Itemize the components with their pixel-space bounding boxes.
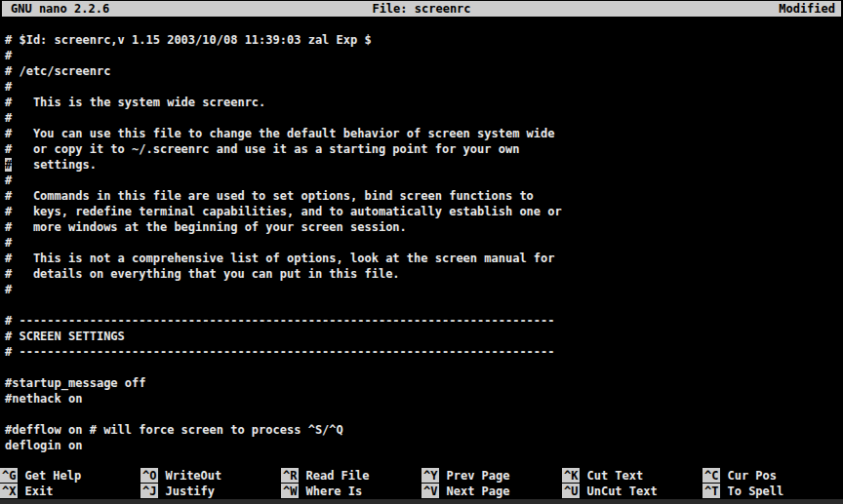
shortcut-keycap: ^J — [140, 484, 158, 498]
editor-line[interactable]: #nethack on — [5, 391, 843, 407]
modified-status: Modified — [779, 1, 835, 17]
shortcut-label: Cut Text — [586, 468, 643, 484]
editor-line[interactable]: # SCREEN SETTINGS — [5, 329, 843, 344]
nano-terminal-window: GNU nano 2.2.6 File: screenrc Modified #… — [0, 0, 843, 504]
shortcut-cur-pos[interactable]: ^CCur Pos — [702, 468, 843, 484]
editor-line[interactable] — [5, 407, 843, 422]
editor-line[interactable] — [5, 360, 843, 375]
editor-line[interactable]: # — [5, 282, 843, 297]
shortcut-read-file[interactable]: ^RRead File — [281, 468, 422, 484]
shortcut-keycap: ^G — [0, 468, 18, 483]
editor-line[interactable]: # more windows at the beginning of your … — [5, 219, 843, 235]
editor-line[interactable]: # Commands in this file are used to set … — [5, 188, 843, 204]
shortcut-next-page[interactable]: ^VNext Page — [422, 484, 562, 499]
shortcut-keycap: ^O — [140, 468, 158, 483]
shortcut-keycap: ^U — [562, 484, 580, 498]
nano-titlebar: GNU nano 2.2.6 File: screenrc Modified — [2, 1, 841, 17]
shortcut-row: ^GGet Help^OWriteOut^RRead File^YPrev Pa… — [0, 468, 843, 484]
shortcut-keycap: ^R — [281, 468, 299, 483]
shortcut-label: Read File — [305, 468, 369, 484]
shortcut-keycap: ^C — [702, 468, 720, 483]
shortcut-uncut-text[interactable]: ^UUnCut Text — [562, 484, 702, 499]
app-version-label: GNU nano 2.2.6 — [11, 1, 109, 17]
shortcut-label: Where Is — [305, 484, 362, 499]
shortcut-keycap: ^T — [702, 484, 720, 498]
editor-line[interactable]: deflogin on — [5, 438, 843, 453]
shortcut-menu: ^GGet Help^OWriteOut^RRead File^YPrev Pa… — [0, 468, 843, 499]
shortcut-label: Cur Pos — [727, 468, 777, 484]
shortcut-label: Prev Page — [446, 468, 509, 484]
shortcut-label: To Spell — [727, 484, 783, 499]
editor-line[interactable]: # --------------------------------------… — [5, 313, 843, 329]
shortcut-keycap: ^W — [281, 484, 299, 498]
shortcut-to-spell[interactable]: ^TTo Spell — [702, 484, 843, 499]
editor-line[interactable]: # — [5, 235, 843, 251]
editor-line[interactable]: # — [5, 173, 843, 188]
editor-line[interactable]: # You can use this file to change the de… — [5, 126, 843, 141]
editor-line[interactable]: # $Id: screenrc,v 1.15 2003/10/08 11:39:… — [5, 32, 843, 48]
editor-line[interactable] — [5, 297, 843, 313]
shortcut-exit[interactable]: ^XExit — [0, 484, 140, 499]
shortcut-keycap: ^K — [562, 468, 580, 483]
shortcut-justify[interactable]: ^JJustify — [140, 484, 281, 499]
editor-line[interactable]: # /etc/screenrc — [5, 63, 843, 79]
editor-line[interactable]: #startup_message off — [5, 375, 843, 391]
editor-line[interactable]: #defflow on # will force screen to proce… — [5, 422, 843, 438]
editor-line[interactable]: # settings. — [5, 157, 843, 173]
shortcut-label: Justify — [165, 484, 215, 499]
shortcut-keycap: ^V — [422, 484, 439, 498]
shortcut-label: Next Page — [446, 484, 509, 499]
shortcut-prev-page[interactable]: ^YPrev Page — [422, 468, 562, 484]
shortcut-label: Get Help — [24, 468, 81, 484]
text-cursor: # — [5, 158, 12, 172]
shortcut-row: ^XExit^JJustify^WWhere Is^VNext Page^UUn… — [0, 484, 843, 499]
shortcut-label: UnCut Text — [586, 484, 657, 499]
shortcut-where-is[interactable]: ^WWhere Is — [281, 484, 422, 499]
file-name-label: File: screenrc — [372, 1, 470, 17]
window-bottom-edge — [0, 499, 843, 504]
editor-line[interactable]: # details on everything that you can put… — [5, 266, 843, 282]
editor-line[interactable]: # — [5, 48, 843, 63]
shortcut-keycap: ^Y — [422, 468, 439, 483]
editor-line[interactable]: # keys, redefine terminal capabilities, … — [5, 204, 843, 219]
editor-line[interactable]: # This is the system wide screenrc. — [5, 95, 843, 110]
shortcut-label: Exit — [24, 484, 53, 499]
editor-line[interactable]: # or copy it to ~/.screenrc and use it a… — [5, 141, 843, 157]
editor-line[interactable]: # — [5, 79, 843, 95]
shortcut-label: WriteOut — [165, 468, 221, 484]
editor-line[interactable]: # — [5, 110, 843, 126]
editor-line[interactable]: # --------------------------------------… — [5, 344, 843, 360]
shortcut-writeout[interactable]: ^OWriteOut — [140, 468, 281, 484]
shortcut-get-help[interactable]: ^GGet Help — [0, 468, 140, 484]
editor-area[interactable]: # $Id: screenrc,v 1.15 2003/10/08 11:39:… — [5, 32, 843, 468]
shortcut-cut-text[interactable]: ^KCut Text — [562, 468, 702, 484]
shortcut-keycap: ^X — [0, 484, 18, 498]
editor-line[interactable]: # This is not a comprehensive list of op… — [5, 251, 843, 266]
